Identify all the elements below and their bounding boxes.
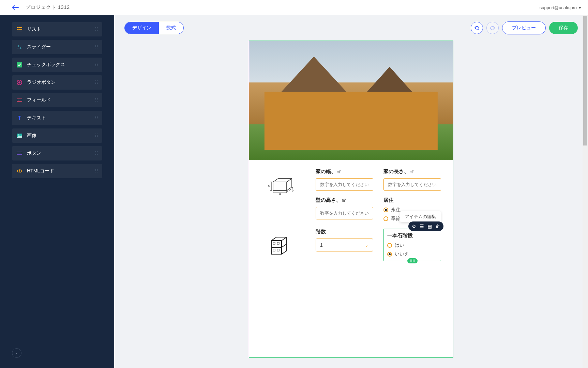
sidebar-item-label: チェックボックス [27,62,65,68]
svg-rect-4 [17,31,18,31]
svg-point-9 [20,47,21,49]
sidebar-item-radio[interactable]: ラジオボタン ⠿ [12,75,102,90]
svg-text:T: T [18,115,21,121]
undo-button[interactable] [471,22,483,34]
field-wall-height: 壁の高さ、㎡ [316,197,373,222]
radio-stairs-yes[interactable]: はい [387,242,437,248]
svg-rect-1 [18,27,22,28]
length-input[interactable] [383,178,441,191]
field-label: 階数 [316,229,373,235]
canvas: hab 家の幅、㎡ 家の長さ、㎡ [114,41,588,368]
drag-handle-icon[interactable]: ⠿ [95,133,98,138]
block-toolbar: ⚙ ☰ ▦ 🗑 [408,221,443,231]
sidebar-item-text[interactable]: T テキスト ⠿ [12,111,102,125]
svg-point-12 [18,81,20,83]
svg-rect-23 [273,242,275,244]
chevron-down-icon: ▾ [579,5,581,10]
sidebar-item-label: ボタン [27,150,41,156]
field-length: 家の長さ、㎡ [383,168,441,191]
sidebar-item-label: HTMLコード [27,168,54,174]
radio-label: 永住 [391,207,401,213]
drag-handle-icon[interactable]: ⠿ [95,44,98,50]
tab-design[interactable]: デザイン [125,22,159,34]
width-input[interactable] [316,178,373,191]
sidebar-item-label: ラジオボタン [27,79,56,86]
svg-rect-2 [17,29,18,30]
sidebar-item-checkbox[interactable]: チェックボックス ⠿ [12,58,102,72]
svg-rect-0 [17,27,18,28]
drag-handle-icon[interactable]: ⠿ [95,80,98,85]
sidebar-item-image[interactable]: 画像 ⠿ [12,128,102,143]
field-floors: 階数 1 ⌄ [316,229,373,261]
house-dimensions-diagram: hab [261,168,302,222]
sidebar-item-label: フィールド [27,97,51,103]
trash-icon[interactable]: 🗑 [435,224,440,229]
sidebar: リスト ⠿ スライダー ⠿ チェックボックス ⠿ ラジオボタン ⠿ フィールド [0,15,114,368]
button-icon [17,151,22,156]
radio-icon [17,80,22,85]
slider-icon [17,44,22,50]
field-label: 家の幅、㎡ [316,168,373,175]
sidebar-item-slider[interactable]: スライダー ⠿ [12,40,102,54]
redo-icon [489,26,496,30]
sidebar-item-list[interactable]: リスト ⠿ [12,22,102,36]
drag-handle-icon[interactable]: ⠿ [95,97,98,103]
sidebar-item-field[interactable]: フィールド ⠿ [12,93,102,107]
preview-button[interactable]: プレビュー [502,21,546,34]
save-button[interactable]: 保存 [549,22,578,34]
svg-rect-10 [17,62,22,67]
drag-handle-icon[interactable]: ⠿ [95,62,98,67]
field-icon [17,97,22,103]
sidebar-item-button[interactable]: ボタン ⠿ [12,146,102,160]
redo-button[interactable] [486,22,499,34]
drag-handle-icon[interactable]: ⠿ [95,27,98,32]
chevron-left-icon: ‹ [16,351,17,355]
field-label: 一本石階段 [387,232,437,239]
scrollbar-thumb[interactable] [583,16,587,145]
svg-rect-26 [277,249,279,251]
svg-line-19 [19,169,20,173]
drag-handle-icon[interactable]: ⠿ [95,151,98,156]
block-drag-handle[interactable]: ⠿⠿ [407,258,418,263]
drag-handle-icon[interactable]: ⠿ [95,115,98,121]
wall-height-input[interactable] [316,207,373,219]
svg-rect-18 [17,152,22,155]
floors-select[interactable]: 1 ⌄ [316,239,373,251]
canvas-area: デザイン 数式 プレビュー 保存 [114,15,588,368]
sidebar-item-htmlcode[interactable]: HTMLコード ⠿ [12,164,102,178]
gear-icon[interactable]: ⚙ [412,224,416,229]
header: プロジェクト 1312 support@ucalc.pro ▾ [0,0,588,15]
radio-label: いいえ [395,251,409,257]
undo-icon [474,26,480,30]
tab-group: デザイン 数式 [124,22,184,34]
field-stairs-selected[interactable]: アイテムの編集 ⚙ ☰ ▦ 🗑 一本石階段 [383,229,441,261]
field-label: 居住 [383,197,441,203]
collapse-sidebar-button[interactable]: ‹ [12,348,21,358]
svg-text:b: b [292,189,293,192]
grid-icon[interactable]: ▦ [427,224,432,229]
toolbar: デザイン 数式 プレビュー 保存 [114,15,588,41]
project-title: プロジェクト 1312 [26,4,70,11]
account-menu[interactable]: support@ucalc.pro ▾ [540,5,581,10]
tooltip-edit-item: アイテムの編集 [400,211,441,222]
hero-image[interactable] [249,41,453,160]
svg-point-7 [18,45,19,47]
svg-rect-25 [273,249,275,251]
radio-circle-icon [383,216,388,221]
radio-circle-icon [383,208,388,212]
radio-label: はい [395,242,404,248]
field-label: 家の長さ、㎡ [383,168,441,175]
back-arrow-icon[interactable] [12,5,19,10]
radio-stairs-no[interactable]: いいえ [387,251,437,257]
chevron-down-icon: ⌄ [365,242,369,248]
sidebar-item-label: スライダー [27,44,51,50]
house-floors-diagram [261,229,302,261]
list-icon[interactable]: ☰ [420,224,424,229]
tab-formula[interactable]: 数式 [159,22,183,34]
scrollbar-track[interactable] [583,15,588,368]
select-value: 1 [320,242,323,248]
svg-text:a: a [279,192,281,196]
field-label: 壁の高さ、㎡ [316,197,373,203]
drag-handle-icon[interactable]: ⠿ [95,168,98,174]
list-icon [17,27,22,32]
